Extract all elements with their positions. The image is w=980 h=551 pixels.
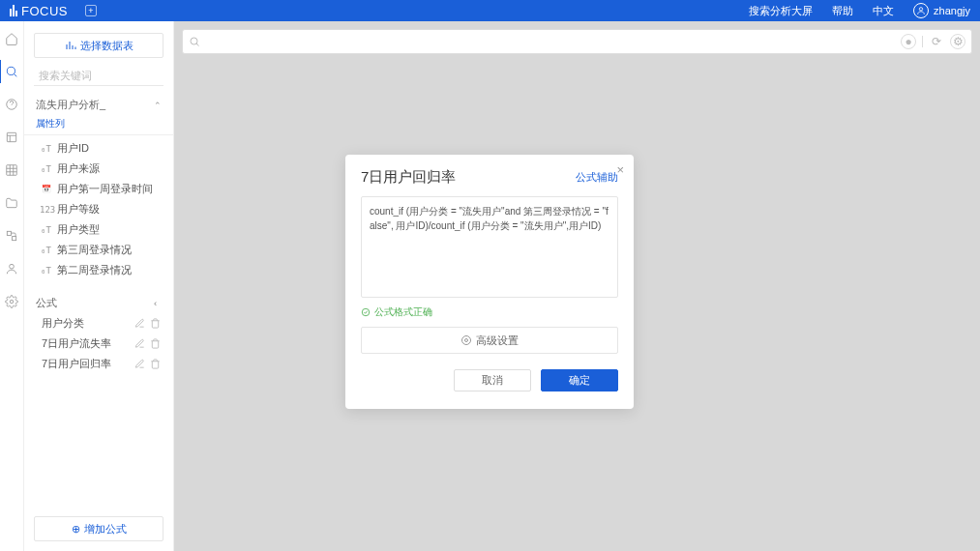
svg-rect-6 [13, 237, 16, 241]
rail-help[interactable] [4, 97, 19, 112]
column-item[interactable]: ₀T第三周登录情况 [24, 240, 173, 260]
settings-icon[interactable]: ⚙ [950, 34, 965, 49]
table-group-title: 流失用户分析_ [36, 98, 105, 112]
table-group-header[interactable]: 流失用户分析_ ⌃ [24, 92, 173, 115]
column-item[interactable]: 123用户等级 [24, 199, 173, 219]
text-type-icon: ₀T [40, 246, 52, 255]
cancel-button[interactable]: 取消 [454, 369, 531, 392]
search-icon [189, 36, 200, 47]
formula-item[interactable]: 7日用户流失率 [24, 334, 173, 354]
text-type-icon: ₀T [40, 144, 52, 154]
svg-rect-5 [7, 231, 11, 235]
rail-model[interactable] [4, 228, 19, 244]
refresh-icon[interactable]: ⟳ [929, 34, 944, 49]
column-item[interactable]: ₀T用户类型 [24, 219, 173, 240]
plus-square-icon[interactable]: + [85, 5, 97, 16]
svg-point-12 [465, 339, 468, 342]
username: zhangjy [934, 5, 970, 16]
add-formula-button[interactable]: ⊕ 增加公式 [34, 516, 163, 541]
svg-point-1 [7, 67, 15, 74]
modal-title: 7日用户回归率 [361, 168, 456, 187]
rail-pinboard[interactable] [4, 130, 19, 145]
number-type-icon: 123 [40, 205, 52, 215]
rail-home[interactable] [4, 31, 19, 46]
user-menu[interactable]: zhangjy [913, 3, 970, 18]
formula-status: 公式格式正确 [361, 305, 618, 319]
formula-input[interactable] [361, 196, 618, 298]
svg-point-10 [191, 38, 197, 44]
avatar-icon [913, 3, 929, 18]
formula-group-header[interactable]: 公式 ⌃ [24, 290, 173, 313]
advanced-label: 高级设置 [476, 334, 519, 348]
rail-settings[interactable] [4, 294, 19, 309]
sidebar-search-input[interactable] [39, 70, 172, 81]
date-type-icon: 📅 [40, 185, 52, 193]
svg-point-7 [10, 264, 15, 269]
text-type-icon: ₀T [40, 266, 52, 276]
svg-rect-4 [7, 165, 17, 176]
text-type-icon: ₀T [40, 225, 52, 235]
nav-rail [0, 21, 24, 551]
rail-user[interactable] [4, 261, 19, 276]
nav-lang[interactable]: 中文 [873, 4, 894, 18]
formula-help-link[interactable]: 公式辅助 [576, 170, 618, 185]
delete-icon[interactable] [150, 318, 162, 330]
status-text: 公式格式正确 [374, 305, 432, 319]
advanced-settings-button[interactable]: 高级设置 [361, 327, 618, 354]
record-icon[interactable]: ● [901, 34, 916, 49]
delete-icon[interactable] [150, 359, 162, 370]
svg-point-0 [919, 8, 922, 11]
nav-help[interactable]: 帮助 [832, 4, 853, 18]
plus-icon: ⊕ [72, 523, 80, 536]
edit-icon[interactable] [134, 338, 146, 350]
close-icon[interactable]: × [616, 162, 624, 177]
formula-item[interactable]: 用户分类 [24, 313, 173, 334]
rail-search[interactable] [4, 64, 19, 79]
edit-icon[interactable] [134, 359, 146, 370]
main-search-bar[interactable]: ● ⟳ ⚙ [182, 29, 972, 54]
confirm-button[interactable]: 确定 [541, 369, 618, 392]
column-item[interactable]: ₀T用户ID [24, 138, 173, 159]
svg-point-13 [462, 336, 471, 345]
column-item[interactable]: ₀T用户来源 [24, 159, 173, 179]
select-data-source-button[interactable]: 选择数据表 [34, 33, 163, 58]
sidebar: 选择数据表 流失用户分析_ ⌃ 属性列 ₀T用户ID ₀T用户来源 📅用户第一周… [24, 21, 174, 551]
rail-folder[interactable] [4, 195, 19, 211]
column-item[interactable]: ₀T第二周登录情况 [24, 260, 173, 280]
chevron-up-icon: ⌃ [154, 101, 162, 110]
header-right: 搜索分析大屏 帮助 中文 zhangjy [749, 3, 970, 18]
svg-point-8 [10, 300, 14, 304]
chevron-down-icon: ⌃ [153, 300, 163, 307]
formula-item[interactable]: 7日用户回归率 [24, 354, 173, 374]
attribute-columns-label: 属性列 [24, 115, 173, 135]
modal-buttons: 取消 确定 [361, 369, 618, 392]
text-type-icon: ₀T [40, 164, 52, 174]
rail-data[interactable] [4, 162, 19, 178]
formula-modal: × 7日用户回归率 公式辅助 公式格式正确 高级设置 取消 确定 [345, 155, 634, 409]
edit-icon[interactable] [134, 318, 146, 330]
app-header: FOCUS + 搜索分析大屏 帮助 中文 zhangjy [0, 0, 980, 21]
svg-point-11 [362, 308, 370, 316]
search-actions: ● ⟳ ⚙ [901, 34, 965, 49]
svg-rect-3 [7, 132, 15, 141]
column-item[interactable]: 📅用户第一周登录时间 [24, 179, 173, 199]
modal-header: 7日用户回归率 公式辅助 [361, 168, 618, 187]
logo-icon [10, 5, 17, 16]
sidebar-search [34, 66, 163, 86]
add-formula-label: 增加公式 [84, 522, 127, 536]
delete-icon[interactable] [150, 338, 162, 350]
formula-group-title: 公式 [36, 296, 57, 310]
nav-search-screen[interactable]: 搜索分析大屏 [749, 4, 813, 18]
select-source-label: 选择数据表 [80, 39, 134, 53]
logo-text: FOCUS [21, 4, 68, 18]
